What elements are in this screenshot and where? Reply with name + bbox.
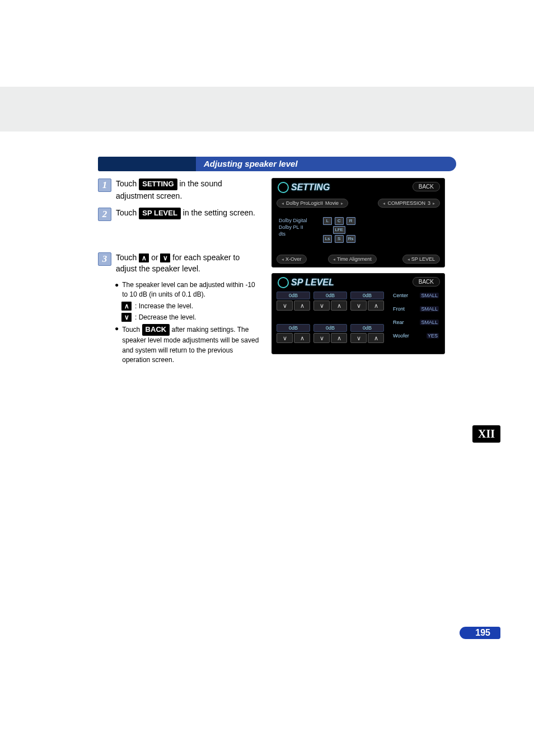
section-title: Adjusting speaker level	[196, 157, 456, 171]
step-1-text: Touch SETTING in the sound adjustment sc…	[116, 178, 260, 201]
level-slider-3: 0dB ∨ ∧	[350, 292, 384, 311]
bullet-1: ● The speaker level can be adjusted with…	[115, 280, 260, 300]
woofer-setting: WooferYES	[393, 333, 439, 339]
down-arrow-icon: ∨	[160, 253, 170, 262]
content-area: Adjusting speaker level 1 Touch SETTING …	[98, 157, 456, 367]
channel-LFE: LFE	[333, 226, 345, 234]
step-2-pre: Touch	[116, 208, 139, 217]
chevron-right-icon: ▸	[433, 201, 435, 206]
splevel-title-text: SP LEVEL	[291, 278, 334, 288]
splevel-screen-title: SP LEVEL	[278, 277, 334, 288]
woofer-val: YES	[427, 333, 439, 339]
dts-label: dts	[279, 231, 285, 237]
step-2-number: 2	[98, 208, 111, 221]
chevron-left-icon: ◂	[407, 257, 410, 262]
setting-back-button[interactable]: BACK	[413, 182, 440, 191]
chevron-left-icon: ◂	[383, 201, 385, 206]
splevel-screen: SP LEVEL BACK 0dB ∨ ∧ 0dB ∨	[271, 273, 445, 354]
page-number: 195	[460, 627, 500, 639]
up-arrow-icon: ∧	[139, 253, 149, 262]
bullet-up-text: : Increase the level.	[135, 302, 193, 311]
page: Adjusting speaker level 1 Touch SETTING …	[0, 0, 534, 756]
level-up-button[interactable]: ∧	[368, 333, 384, 343]
sound-ring-icon	[278, 182, 289, 193]
level-down-button[interactable]: ∨	[277, 333, 293, 343]
channel-row-bottom: Ls S Rs	[322, 234, 356, 243]
front-key: Front	[393, 306, 405, 312]
level-down-button[interactable]: ∨	[277, 300, 293, 311]
center-key: Center	[393, 293, 408, 298]
setting-title-text: SETTING	[291, 182, 330, 192]
center-val: SMALL	[420, 293, 439, 298]
level-slider-4: 0dB ∨ ∧	[277, 324, 310, 343]
level-up-button[interactable]: ∧	[331, 300, 347, 311]
setting-screen-title: SETTING	[278, 182, 330, 193]
chevron-left-icon: ◂	[333, 257, 335, 262]
sound-ring-icon	[278, 277, 289, 288]
chevron-left-icon: ◂	[282, 257, 284, 262]
step-3-number: 3	[98, 252, 111, 266]
step-3-pre: Touch	[116, 253, 139, 262]
dolby-prologic-selector[interactable]: ◂ Dolby ProLogicII Movie ▸	[277, 199, 348, 208]
bullet-2: ● Touch BACK after making settings. The …	[115, 324, 260, 365]
bullet-1-text: The speaker level can be adjusted within…	[122, 280, 260, 300]
level-up-button[interactable]: ∧	[294, 300, 310, 311]
back-pill: BACK	[142, 324, 170, 336]
level-value: 0dB	[313, 324, 347, 332]
up-arrow-icon: ∧	[121, 302, 132, 311]
down-arrow-icon: ∨	[121, 313, 132, 322]
bullet-2-text: Touch BACK after making settings. The sp…	[122, 324, 260, 365]
level-down-button[interactable]: ∨	[350, 333, 367, 343]
step-3-mid: or	[149, 253, 160, 262]
xover-button[interactable]: ◂ X-Over	[277, 255, 307, 264]
compression-label: COMPRESSION	[387, 200, 425, 206]
front-val: SMALL	[420, 306, 439, 312]
step-2-text: Touch SP LEVEL in the setting screen.	[116, 207, 260, 219]
compression-selector[interactable]: ◂ COMPRESSION 3 ▸	[378, 199, 440, 208]
level-slider-5: 0dB ∨ ∧	[313, 324, 347, 343]
level-value: 0dB	[277, 292, 310, 299]
two-column-layout: 1 Touch SETTING in the sound adjustment …	[98, 178, 456, 367]
step-3-text: Touch ∧ or ∨ for each speaker to adjust …	[116, 252, 260, 275]
splevel-button[interactable]: ◂ SP LEVEL	[402, 255, 440, 264]
channel-S: S	[335, 235, 344, 243]
left-column: 1 Touch SETTING in the sound adjustment …	[98, 178, 260, 367]
time-alignment-label: Time Alignment	[337, 256, 372, 262]
splevel-pill: SP LEVEL	[139, 208, 181, 219]
bullet-dot-icon: ●	[115, 324, 119, 365]
step-1: 1 Touch SETTING in the sound adjustment …	[98, 178, 260, 201]
setting-pill: SETTING	[139, 179, 177, 190]
bullet-down-text: : Decrease the level.	[135, 313, 196, 322]
time-alignment-button[interactable]: ◂ Time Alignment	[328, 255, 377, 264]
level-down-button[interactable]: ∨	[313, 300, 330, 311]
level-up-button[interactable]: ∧	[294, 333, 310, 343]
level-value: 0dB	[350, 292, 384, 299]
dolby-prologic-value: Movie	[325, 200, 339, 206]
right-column: SETTING BACK ◂ Dolby ProLogicII Movie ▸ …	[271, 178, 445, 367]
level-value: 0dB	[313, 292, 347, 299]
chevron-right-icon: ▸	[341, 201, 343, 206]
splevel-back-button[interactable]: BACK	[413, 277, 440, 287]
level-slider-2: 0dB ∨ ∧	[313, 292, 347, 311]
channel-diagram: L C R LFE Ls S Rs	[322, 217, 356, 243]
level-down-button[interactable]: ∨	[350, 300, 367, 311]
setting-screen: SETTING BACK ◂ Dolby ProLogicII Movie ▸ …	[271, 178, 445, 267]
woofer-key: Woofer	[393, 333, 409, 339]
chevron-left-icon: ◂	[282, 201, 284, 206]
level-slider-1: 0dB ∨ ∧	[277, 292, 310, 311]
level-up-button[interactable]: ∧	[368, 300, 384, 311]
channel-R: R	[346, 217, 355, 225]
compression-value: 3	[428, 200, 430, 206]
level-slider-6: 0dB ∨ ∧	[350, 324, 384, 343]
level-down-button[interactable]: ∨	[313, 333, 330, 343]
center-setting: CenterSMALL	[393, 293, 439, 298]
channel-L: L	[323, 217, 332, 225]
dolby-digital-label: Dolby Digital	[279, 218, 307, 223]
channel-Ls: Ls	[323, 235, 332, 243]
channel-row-mid: LFE	[322, 226, 356, 234]
rear-val: SMALL	[420, 320, 439, 325]
bullet-up: ∧ : Increase the level.	[121, 302, 260, 311]
rear-key: Rear	[393, 320, 404, 325]
dolby-plii-label: Dolby PL II	[279, 224, 303, 230]
level-up-button[interactable]: ∧	[331, 333, 347, 343]
